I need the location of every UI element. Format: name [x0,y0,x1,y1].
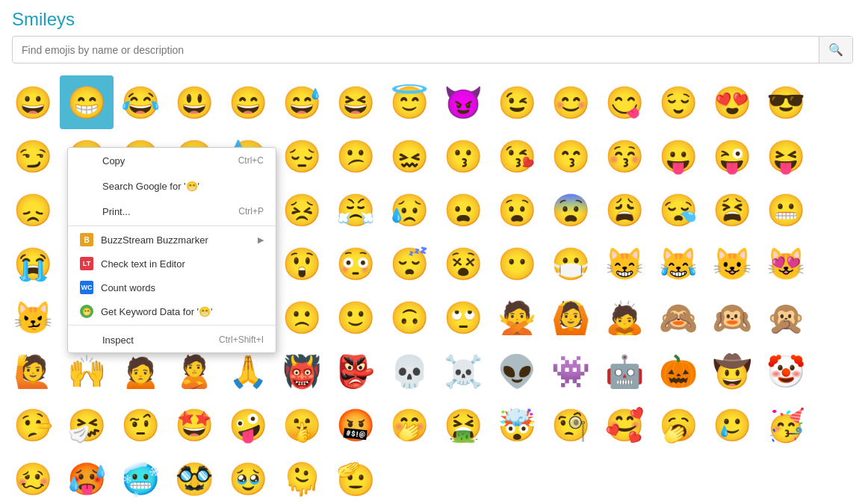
emoji-cell[interactable]: 😘 [490,129,544,183]
emoji-cell[interactable]: 👾 [544,344,598,398]
emoji-cell[interactable]: 🧐 [544,398,598,452]
emoji-cell[interactable]: 😋 [598,75,651,129]
emoji-cell[interactable]: 🙋 [6,344,60,398]
emoji-cell[interactable]: 🥳 [759,398,813,452]
emoji-cell[interactable]: 😊 [544,75,598,129]
emoji-cell[interactable]: 🙈 [651,290,705,344]
emoji-cell[interactable]: 👽 [490,344,544,398]
emoji-cell[interactable]: 🤡 [759,344,813,398]
search-button[interactable]: 🔍 [819,37,852,63]
emoji-cell[interactable]: 🙂 [329,290,382,344]
emoji-cell[interactable]: 😬 [759,183,813,237]
emoji-cell[interactable]: 😚 [598,129,651,183]
emoji-cell[interactable]: 🤯 [490,398,544,452]
emoji-cell[interactable]: 🤥 [6,398,60,452]
emoji-cell[interactable]: 👺 [329,344,382,398]
emoji-cell[interactable]: 🙄 [436,290,490,344]
emoji-cell[interactable]: 🙇 [598,290,651,344]
emoji-cell[interactable]: 😅 [275,75,329,129]
emoji-cell[interactable]: 🥵 [60,452,114,504]
context-menu-inspect[interactable]: Inspect Ctrl+Shift+I [68,327,276,352]
emoji-cell[interactable]: 😪 [651,183,705,237]
emoji-cell[interactable]: 😔 [275,129,329,183]
emoji-cell[interactable]: 😶 [490,237,544,290]
emoji-cell[interactable]: 😉 [490,75,544,129]
emoji-cell[interactable]: 😧 [490,183,544,237]
emoji-cell[interactable]: 😦 [436,183,490,237]
context-menu-keyword[interactable]: 😁 Get Keyword Data for '😁' [68,299,276,323]
emoji-cell[interactable]: 😳 [329,237,382,290]
emoji-cell[interactable]: 👹 [275,344,329,398]
emoji-cell[interactable]: 😁 [60,75,114,129]
emoji-cell[interactable]: 🤩 [167,398,221,452]
context-menu-wc[interactable]: WC Count words [68,276,276,299]
emoji-cell[interactable]: 😨 [544,183,598,237]
emoji-cell[interactable]: 🥰 [598,398,651,452]
emoji-cell[interactable]: 🙊 [759,290,813,344]
emoji-cell[interactable]: 😵 [436,237,490,290]
emoji-cell[interactable]: 😼 [6,290,60,344]
emoji-cell[interactable]: 😭 [6,237,60,290]
emoji-cell[interactable]: 😥 [382,183,436,237]
emoji-cell[interactable]: 😛 [651,129,705,183]
emoji-cell[interactable]: 😆 [329,75,382,129]
emoji-cell[interactable]: 😤 [329,183,382,237]
emoji-cell[interactable]: 🤭 [382,398,436,452]
emoji-cell[interactable]: 🙉 [705,290,759,344]
emoji-cell[interactable]: 😎 [759,75,813,129]
search-input[interactable] [13,38,819,62]
emoji-cell[interactable]: 🫡 [329,452,382,504]
emoji-cell[interactable]: 😜 [705,129,759,183]
emoji-cell[interactable]: 😖 [382,129,436,183]
emoji-cell[interactable]: 😸 [598,237,651,290]
emoji-cell[interactable]: 😷 [544,237,598,290]
emoji-cell[interactable]: 🙃 [382,290,436,344]
emoji-cell[interactable]: 🥴 [6,452,60,504]
emoji-cell[interactable]: 🤠 [705,344,759,398]
emoji-cell[interactable]: 🥹 [221,452,275,504]
emoji-cell[interactable]: 🤪 [221,398,275,452]
emoji-cell[interactable]: 😻 [759,237,813,290]
emoji-cell[interactable]: 🤬 [329,398,382,452]
emoji-cell[interactable]: 😣 [275,183,329,237]
emoji-cell[interactable]: 😇 [382,75,436,129]
emoji-cell[interactable]: 😞 [6,183,60,237]
emoji-cell[interactable]: 😍 [705,75,759,129]
emoji-cell[interactable]: 🤖 [598,344,651,398]
emoji-cell[interactable]: 😃 [167,75,221,129]
emoji-cell[interactable]: 😂 [114,75,167,129]
emoji-cell[interactable]: 🥲 [705,398,759,452]
emoji-cell[interactable]: 😗 [436,129,490,183]
context-menu-print[interactable]: Print... Ctrl+P [68,199,276,224]
context-menu-buzzstream[interactable]: B BuzzStream Buzzmarker ▶ [68,228,276,252]
emoji-cell[interactable]: 🙁 [275,290,329,344]
emoji-cell[interactable]: 😹 [651,237,705,290]
emoji-cell[interactable]: 😫 [705,183,759,237]
emoji-cell[interactable]: 🎃 [651,344,705,398]
emoji-cell[interactable]: 😕 [329,129,382,183]
emoji-cell[interactable]: 🙅 [490,290,544,344]
emoji-cell[interactable]: 😙 [544,129,598,183]
emoji-cell[interactable]: 😩 [598,183,651,237]
context-menu-copy[interactable]: Copy Ctrl+C [68,148,276,173]
emoji-cell[interactable]: 😺 [705,237,759,290]
emoji-cell[interactable]: 😝 [759,129,813,183]
emoji-cell[interactable]: ☠️ [436,344,490,398]
emoji-cell[interactable]: 💀 [382,344,436,398]
emoji-cell[interactable]: 😏 [6,129,60,183]
emoji-cell[interactable]: 🤨 [114,398,167,452]
emoji-cell[interactable]: 😀 [6,75,60,129]
emoji-cell[interactable]: 🙆 [544,290,598,344]
context-menu-search-google[interactable]: Search Google for '😁' [68,173,276,199]
emoji-cell[interactable]: 😴 [382,237,436,290]
emoji-cell[interactable]: 😄 [221,75,275,129]
emoji-cell[interactable]: 🤫 [275,398,329,452]
emoji-cell[interactable]: 🥶 [114,452,167,504]
emoji-cell[interactable]: 🥱 [651,398,705,452]
emoji-cell[interactable]: 😈 [436,75,490,129]
context-menu-lt[interactable]: LT Check text in Editor [68,252,276,276]
emoji-cell[interactable]: 🤮 [436,398,490,452]
emoji-cell[interactable]: 🫠 [275,452,329,504]
emoji-cell[interactable]: 😲 [275,237,329,290]
emoji-cell[interactable]: 🤧 [60,398,114,452]
